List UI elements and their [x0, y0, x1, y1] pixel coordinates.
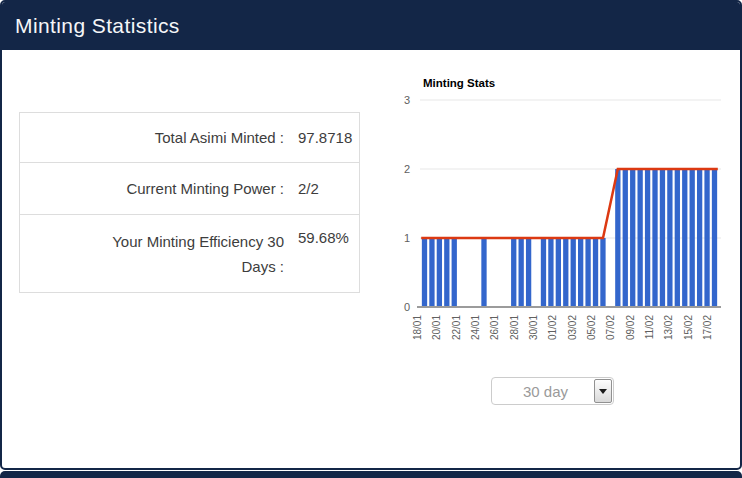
svg-text:0: 0: [404, 301, 410, 313]
minting-statistics-card: Minting Statistics Total Asimi Minted : …: [0, 0, 742, 470]
range-select-value: 30 day: [523, 383, 568, 400]
select-arrow-button[interactable]: [594, 379, 612, 403]
minting-chart: 012318/0120/0122/0124/0126/0128/0130/010…: [397, 60, 742, 372]
chart-panel: Minting Stats 012318/0120/0122/0124/0126…: [397, 60, 742, 372]
stat-value-efficiency: 59.68%: [288, 215, 360, 293]
svg-text:2: 2: [404, 163, 410, 175]
svg-text:01/02: 01/02: [547, 315, 558, 340]
table-row: Total Asimi Minted : 97.8718: [20, 113, 360, 163]
svg-text:03/02: 03/02: [567, 315, 578, 340]
range-select[interactable]: 30 day: [491, 377, 614, 405]
svg-text:22/01: 22/01: [451, 315, 462, 340]
svg-text:09/02: 09/02: [625, 315, 636, 340]
stat-label-minting-power: Current Minting Power :: [20, 163, 289, 215]
next-panel-strip: [0, 471, 742, 478]
card-header: Minting Statistics: [2, 2, 740, 50]
svg-text:18/01: 18/01: [412, 315, 423, 340]
svg-text:15/02: 15/02: [683, 315, 694, 340]
svg-text:20/01: 20/01: [431, 315, 442, 340]
stat-value-total-minted: 97.8718: [288, 113, 360, 163]
stat-label-total-minted: Total Asimi Minted :: [20, 113, 289, 163]
page-title: Minting Statistics: [15, 14, 180, 38]
svg-text:30/01: 30/01: [528, 315, 539, 340]
page-root: { "header": { "title": "Minting Statisti…: [0, 0, 742, 478]
caret-down-icon: [599, 389, 607, 394]
svg-text:11/02: 11/02: [644, 315, 655, 340]
svg-text:24/01: 24/01: [470, 315, 481, 340]
svg-text:05/02: 05/02: [586, 315, 597, 340]
svg-text:07/02: 07/02: [605, 315, 616, 340]
stat-label-efficiency: Your Minting Efficiency 30 Days :: [20, 215, 289, 293]
table-row: Current Minting Power : 2/2: [20, 163, 360, 215]
svg-text:26/01: 26/01: [489, 315, 500, 340]
svg-text:3: 3: [404, 94, 410, 106]
stat-value-minting-power: 2/2: [288, 163, 360, 215]
svg-text:13/02: 13/02: [663, 315, 674, 340]
svg-text:17/02: 17/02: [702, 315, 713, 340]
stats-table: Total Asimi Minted : 97.8718 Current Min…: [19, 112, 360, 293]
svg-text:1: 1: [404, 232, 410, 244]
table-row: Your Minting Efficiency 30 Days : 59.68%: [20, 215, 360, 293]
svg-text:28/01: 28/01: [509, 315, 520, 340]
